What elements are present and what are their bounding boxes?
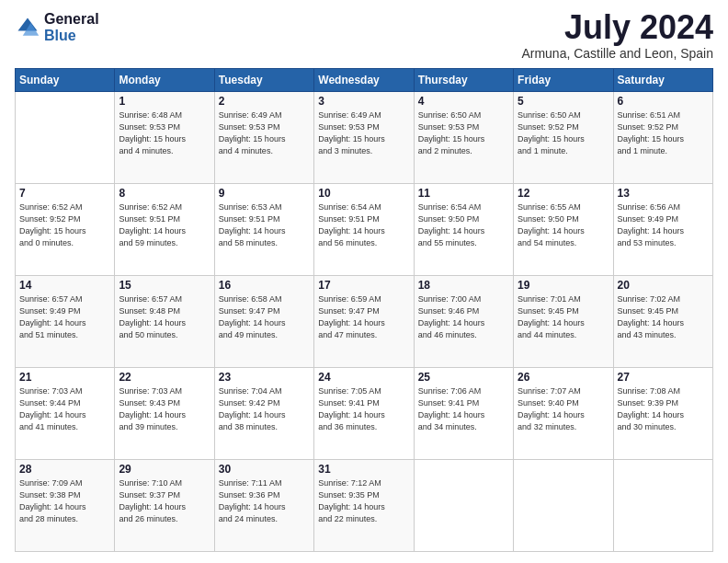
calendar-cell: 6Sunrise: 6:51 AM Sunset: 9:52 PM Daylig…	[613, 92, 712, 184]
calendar-table: SundayMondayTuesdayWednesdayThursdayFrid…	[15, 68, 713, 552]
calendar-week-row: 28Sunrise: 7:09 AM Sunset: 9:38 PM Dayli…	[16, 460, 713, 552]
calendar-cell: 24Sunrise: 7:05 AM Sunset: 9:41 PM Dayli…	[314, 368, 414, 460]
cell-info: Sunrise: 6:54 AM Sunset: 9:50 PM Dayligh…	[418, 201, 509, 249]
calendar-cell: 26Sunrise: 7:07 AM Sunset: 9:40 PM Dayli…	[514, 368, 613, 460]
cell-info: Sunrise: 7:10 AM Sunset: 9:37 PM Dayligh…	[119, 477, 210, 525]
logo-general: General	[44, 11, 99, 28]
calendar-cell: 16Sunrise: 6:58 AM Sunset: 9:47 PM Dayli…	[214, 276, 313, 368]
cell-info: Sunrise: 7:06 AM Sunset: 9:41 PM Dayligh…	[418, 385, 509, 433]
calendar-cell	[514, 460, 613, 552]
calendar-cell: 4Sunrise: 6:50 AM Sunset: 9:53 PM Daylig…	[414, 92, 513, 184]
calendar-cell: 12Sunrise: 6:55 AM Sunset: 9:50 PM Dayli…	[514, 184, 613, 276]
calendar-cell: 20Sunrise: 7:02 AM Sunset: 9:45 PM Dayli…	[613, 276, 712, 368]
cell-info: Sunrise: 6:54 AM Sunset: 9:51 PM Dayligh…	[318, 201, 409, 249]
cell-info: Sunrise: 7:09 AM Sunset: 9:38 PM Dayligh…	[19, 477, 110, 525]
cell-info: Sunrise: 7:07 AM Sunset: 9:40 PM Dayligh…	[518, 385, 609, 433]
cell-info: Sunrise: 7:11 AM Sunset: 9:36 PM Dayligh…	[219, 477, 310, 525]
calendar-week-row: 7Sunrise: 6:52 AM Sunset: 9:52 PM Daylig…	[16, 184, 713, 276]
day-number: 19	[518, 279, 609, 292]
calendar-cell: 9Sunrise: 6:53 AM Sunset: 9:51 PM Daylig…	[214, 184, 313, 276]
cell-info: Sunrise: 7:00 AM Sunset: 9:46 PM Dayligh…	[418, 293, 509, 341]
cell-info: Sunrise: 7:04 AM Sunset: 9:42 PM Dayligh…	[219, 385, 310, 433]
cell-info: Sunrise: 6:59 AM Sunset: 9:47 PM Dayligh…	[318, 293, 409, 341]
day-number: 3	[318, 95, 409, 108]
day-number: 31	[318, 463, 409, 476]
day-number: 8	[119, 187, 210, 200]
day-number: 10	[318, 187, 409, 200]
calendar-cell: 17Sunrise: 6:59 AM Sunset: 9:47 PM Dayli…	[314, 276, 414, 368]
calendar-cell: 15Sunrise: 6:57 AM Sunset: 9:48 PM Dayli…	[115, 276, 214, 368]
day-number: 20	[618, 279, 709, 292]
weekday-header: Sunday	[16, 69, 115, 92]
calendar-cell: 27Sunrise: 7:08 AM Sunset: 9:39 PM Dayli…	[613, 368, 712, 460]
calendar-cell: 25Sunrise: 7:06 AM Sunset: 9:41 PM Dayli…	[414, 368, 513, 460]
day-number: 18	[418, 279, 509, 292]
day-number: 29	[119, 463, 210, 476]
calendar-cell: 10Sunrise: 6:54 AM Sunset: 9:51 PM Dayli…	[314, 184, 414, 276]
day-number: 4	[418, 95, 509, 108]
day-number: 25	[418, 371, 509, 384]
day-number: 6	[618, 95, 709, 108]
cell-info: Sunrise: 6:51 AM Sunset: 9:52 PM Dayligh…	[618, 109, 709, 157]
calendar-cell: 14Sunrise: 6:57 AM Sunset: 9:49 PM Dayli…	[16, 276, 115, 368]
calendar-page: General Blue July 2024 Armuna, Castille …	[0, 0, 728, 563]
day-number: 28	[19, 463, 110, 476]
calendar-cell: 19Sunrise: 7:01 AM Sunset: 9:45 PM Dayli…	[514, 276, 613, 368]
calendar-cell: 7Sunrise: 6:52 AM Sunset: 9:52 PM Daylig…	[16, 184, 115, 276]
cell-info: Sunrise: 6:57 AM Sunset: 9:48 PM Dayligh…	[119, 293, 210, 341]
calendar-cell: 8Sunrise: 6:52 AM Sunset: 9:51 PM Daylig…	[115, 184, 214, 276]
day-number: 15	[119, 279, 210, 292]
day-number: 24	[318, 371, 409, 384]
day-number: 12	[518, 187, 609, 200]
day-number: 13	[618, 187, 709, 200]
cell-info: Sunrise: 6:53 AM Sunset: 9:51 PM Dayligh…	[219, 201, 310, 249]
cell-info: Sunrise: 7:02 AM Sunset: 9:45 PM Dayligh…	[618, 293, 709, 341]
cell-info: Sunrise: 7:12 AM Sunset: 9:35 PM Dayligh…	[318, 477, 409, 525]
weekday-header: Thursday	[414, 69, 513, 92]
calendar-cell: 5Sunrise: 6:50 AM Sunset: 9:52 PM Daylig…	[514, 92, 613, 184]
day-number: 22	[119, 371, 210, 384]
day-number: 11	[418, 187, 509, 200]
cell-info: Sunrise: 7:03 AM Sunset: 9:43 PM Dayligh…	[119, 385, 210, 433]
calendar-week-row: 1Sunrise: 6:48 AM Sunset: 9:53 PM Daylig…	[16, 92, 713, 184]
day-number: 1	[119, 95, 210, 108]
month-title: July 2024	[521, 11, 713, 44]
calendar-cell: 23Sunrise: 7:04 AM Sunset: 9:42 PM Dayli…	[214, 368, 313, 460]
weekday-header: Tuesday	[214, 69, 313, 92]
calendar-week-row: 21Sunrise: 7:03 AM Sunset: 9:44 PM Dayli…	[16, 368, 713, 460]
calendar-header: SundayMondayTuesdayWednesdayThursdayFrid…	[16, 69, 713, 92]
logo-blue: Blue	[44, 28, 99, 44]
calendar-cell: 28Sunrise: 7:09 AM Sunset: 9:38 PM Dayli…	[16, 460, 115, 552]
calendar-cell: 1Sunrise: 6:48 AM Sunset: 9:53 PM Daylig…	[115, 92, 214, 184]
weekday-row: SundayMondayTuesdayWednesdayThursdayFrid…	[16, 69, 713, 92]
calendar-cell: 3Sunrise: 6:49 AM Sunset: 9:53 PM Daylig…	[314, 92, 414, 184]
cell-info: Sunrise: 6:57 AM Sunset: 9:49 PM Dayligh…	[19, 293, 110, 341]
cell-info: Sunrise: 6:58 AM Sunset: 9:47 PM Dayligh…	[219, 293, 310, 341]
cell-info: Sunrise: 6:49 AM Sunset: 9:53 PM Dayligh…	[219, 109, 310, 157]
calendar-cell: 2Sunrise: 6:49 AM Sunset: 9:53 PM Daylig…	[214, 92, 313, 184]
calendar-cell: 11Sunrise: 6:54 AM Sunset: 9:50 PM Dayli…	[414, 184, 513, 276]
calendar-week-row: 14Sunrise: 6:57 AM Sunset: 9:49 PM Dayli…	[16, 276, 713, 368]
cell-info: Sunrise: 7:05 AM Sunset: 9:41 PM Dayligh…	[318, 385, 409, 433]
location: Armuna, Castille and Leon, Spain	[521, 46, 713, 61]
cell-info: Sunrise: 6:50 AM Sunset: 9:52 PM Dayligh…	[518, 109, 609, 157]
day-number: 30	[219, 463, 310, 476]
weekday-header: Wednesday	[314, 69, 414, 92]
calendar-cell: 22Sunrise: 7:03 AM Sunset: 9:43 PM Dayli…	[115, 368, 214, 460]
weekday-header: Friday	[514, 69, 613, 92]
cell-info: Sunrise: 7:01 AM Sunset: 9:45 PM Dayligh…	[518, 293, 609, 341]
cell-info: Sunrise: 6:50 AM Sunset: 9:53 PM Dayligh…	[418, 109, 509, 157]
calendar-body: 1Sunrise: 6:48 AM Sunset: 9:53 PM Daylig…	[16, 92, 713, 552]
header: General Blue July 2024 Armuna, Castille …	[15, 11, 713, 61]
cell-info: Sunrise: 6:49 AM Sunset: 9:53 PM Dayligh…	[318, 109, 409, 157]
calendar-cell	[414, 460, 513, 552]
calendar-cell: 21Sunrise: 7:03 AM Sunset: 9:44 PM Dayli…	[16, 368, 115, 460]
cell-info: Sunrise: 6:52 AM Sunset: 9:51 PM Dayligh…	[119, 201, 210, 249]
logo-text: General Blue	[44, 11, 99, 43]
weekday-header: Saturday	[613, 69, 712, 92]
cell-info: Sunrise: 6:52 AM Sunset: 9:52 PM Dayligh…	[19, 201, 110, 249]
day-number: 17	[318, 279, 409, 292]
calendar-cell: 18Sunrise: 7:00 AM Sunset: 9:46 PM Dayli…	[414, 276, 513, 368]
day-number: 21	[19, 371, 110, 384]
day-number: 26	[518, 371, 609, 384]
